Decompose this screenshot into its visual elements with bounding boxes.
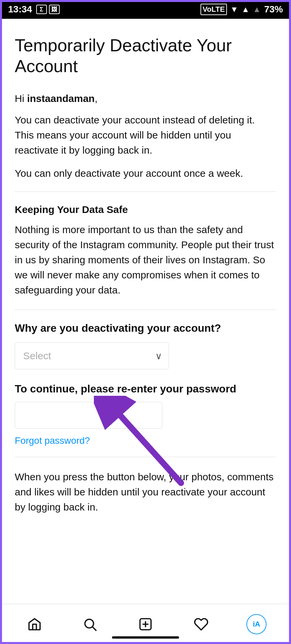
page-title: Temporarily Deactivate Your Account	[15, 35, 276, 77]
status-left: 13:34 Σ 🖼	[8, 4, 60, 15]
divider-1	[15, 192, 276, 192]
signal2-icon: ▲	[253, 5, 261, 14]
svg-line-3	[93, 627, 96, 630]
wifi-icon: ▼	[230, 5, 238, 14]
notification-icon: Σ	[36, 5, 47, 14]
username: instaandaman	[27, 93, 95, 104]
heart-icon	[194, 617, 209, 632]
description2: You can only deactivate your account onc…	[15, 166, 276, 181]
search-icon	[82, 617, 97, 632]
nav-profile[interactable]: iA	[240, 611, 273, 638]
profile-initials: iA	[253, 620, 260, 629]
divider-2	[15, 310, 276, 310]
battery-level: 73%	[264, 4, 283, 15]
status-icons: Σ 🖼	[36, 5, 60, 14]
reason-select[interactable]: Select Privacy concerns Too distracting …	[15, 342, 169, 369]
status-time: 13:34	[8, 4, 32, 15]
status-right: VoLTE ▼ ▲ ▲ 73%	[200, 4, 283, 15]
add-icon	[138, 617, 153, 632]
nav-add[interactable]	[129, 611, 162, 638]
home-indicator-wrapper	[0, 636, 291, 642]
data-safe-text: Nothing is more important to us than the…	[15, 222, 276, 298]
image-icon: 🖼	[49, 5, 60, 14]
greeting: Hi instaandaman,	[15, 93, 276, 104]
password-input[interactable]	[15, 402, 162, 429]
volte-icon: VoLTE	[200, 4, 227, 15]
password-title: To continue, please re-enter your passwo…	[15, 383, 276, 395]
main-content: Temporarily Deactivate Your Account Hi i…	[0, 19, 291, 528]
home-icon	[27, 617, 42, 632]
status-bar: 13:34 Σ 🖼 VoLTE ▼ ▲ ▲ 73%	[0, 0, 291, 19]
forgot-password-link[interactable]: Forgot password?	[15, 435, 276, 446]
reason-question: Why are you deactivating your account?	[15, 322, 276, 334]
nav-home[interactable]	[18, 611, 51, 638]
signal-icon: ▲	[241, 5, 249, 14]
home-indicator	[112, 636, 179, 639]
nav-search[interactable]	[73, 611, 107, 638]
bottom-text: When you press the button below, your ph…	[15, 469, 276, 515]
divider-3	[15, 457, 276, 457]
greeting-text: Hi	[15, 93, 27, 104]
nav-activity[interactable]	[184, 611, 218, 638]
profile-avatar: iA	[246, 614, 267, 634]
description1: You can deactivate your account instead …	[15, 112, 276, 158]
data-safe-title: Keeping Your Data Safe	[15, 204, 276, 215]
greeting-suffix: ,	[95, 93, 97, 104]
reason-select-wrapper: Select Privacy concerns Too distracting …	[15, 342, 169, 369]
